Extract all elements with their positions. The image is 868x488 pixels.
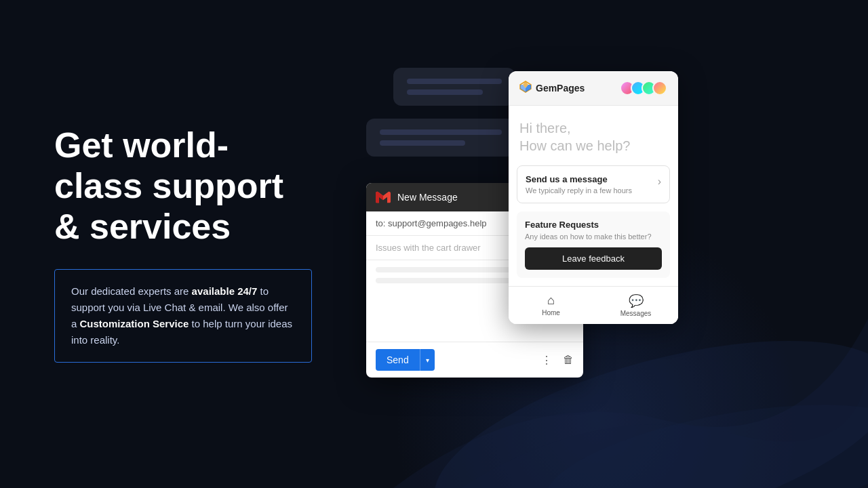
nav-messages[interactable]: 💬 Messages: [593, 287, 678, 324]
widget-greeting: Hi there, How can we help?: [509, 106, 678, 165]
bold-customization: Customization Service: [80, 318, 189, 329]
nav-home[interactable]: ⌂ Home: [509, 287, 593, 324]
greeting-line2: How can we help?: [519, 137, 667, 155]
delete-icon[interactable]: 🗑: [563, 354, 574, 367]
features-subtitle: Any ideas on how to make this better?: [525, 232, 662, 241]
bold-available: available 24/7: [192, 285, 258, 297]
widget-body: Hi there, How can we help? Send us a mes…: [509, 106, 678, 324]
gempages-widget: GemPages Hi there, How can we help? Send…: [509, 71, 678, 324]
avatar-4: [652, 81, 667, 96]
headline: Get world-class support & services: [54, 125, 312, 247]
nav-messages-label: Messages: [620, 310, 652, 317]
feature-requests-panel: Feature Requests Any ideas on how to mak…: [517, 211, 670, 278]
send-message-text-group: Send us a message We typically reply in …: [526, 174, 632, 195]
gmail-icon: [376, 190, 391, 205]
send-button[interactable]: Send: [376, 349, 420, 371]
gmail-footer-icons: ⋮ 🗑: [541, 354, 574, 367]
send-message-panel[interactable]: Send us a message We typically reply in …: [517, 165, 670, 203]
widget-header: GemPages: [509, 71, 678, 106]
home-icon: ⌂: [515, 293, 587, 308]
chat-bubble-2: [366, 119, 515, 157]
messages-icon: 💬: [600, 293, 671, 308]
features-title: Feature Requests: [525, 220, 662, 230]
greeting-line1: Hi there,: [519, 119, 667, 137]
chat-bubble-1: [393, 68, 515, 106]
widget-brand-name: GemPages: [536, 83, 585, 94]
send-dropdown-button[interactable]: ▾: [420, 349, 435, 371]
send-message-arrow-icon: ›: [658, 176, 661, 188]
widget-avatars: [620, 81, 667, 96]
widget-navigation: ⌂ Home 💬 Messages: [509, 286, 678, 324]
description-text: Our dedicated experts are available 24/7…: [71, 285, 292, 346]
leave-feedback-button[interactable]: Leave feedback: [525, 247, 662, 270]
send-message-subtitle: We typically reply in a few hours: [526, 186, 632, 195]
description-box: Our dedicated experts are available 24/7…: [54, 269, 312, 363]
send-button-group[interactable]: Send ▾: [376, 349, 435, 371]
left-content: Get world-class support & services Our d…: [0, 85, 353, 403]
gmail-compose-title: New Message: [397, 192, 458, 203]
gem-logo-icon: [519, 81, 532, 96]
right-content: GemPages Hi there, How can we help? Send…: [353, 0, 868, 488]
more-options-icon[interactable]: ⋮: [541, 354, 552, 367]
send-message-title: Send us a message: [526, 174, 632, 184]
widget-logo: GemPages: [519, 81, 585, 96]
gmail-to-address: to: support@gempages.help: [376, 218, 487, 228]
nav-home-label: Home: [542, 309, 560, 317]
gmail-subject-text: Issues with the cart drawer: [376, 243, 481, 253]
gmail-footer: Send ▾ ⋮ 🗑: [366, 342, 583, 378]
